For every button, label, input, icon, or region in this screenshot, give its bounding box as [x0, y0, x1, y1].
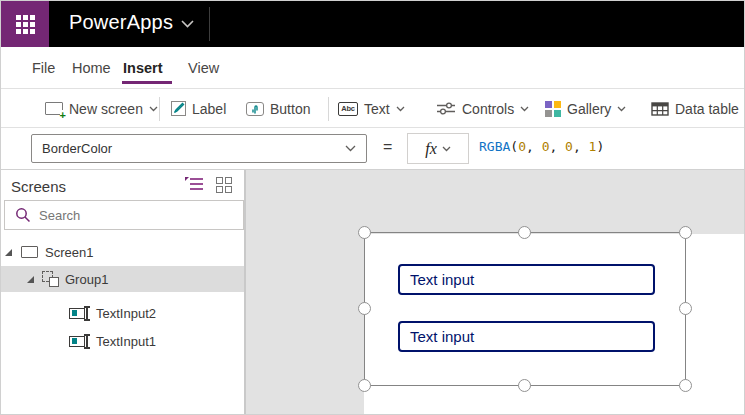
formula-token: ( [510, 139, 518, 154]
fx-label: fx [425, 140, 437, 158]
grid-view-button[interactable] [216, 177, 232, 193]
property-name: BorderColor [42, 141, 112, 156]
app-title-chevron-icon[interactable] [181, 20, 194, 28]
abc-text-icon: Abc [338, 102, 358, 116]
tree-item-group1[interactable]: Group1 [1, 266, 244, 292]
text-button[interactable]: Abc Text [338, 90, 405, 127]
formula-token: 0 [565, 139, 573, 154]
design-canvas[interactable]: Text input Text input [246, 170, 745, 415]
sidebar-title: Screens [11, 178, 66, 195]
gallery-label: Gallery [567, 101, 611, 117]
new-screen-button[interactable]: + New screen [45, 90, 158, 127]
data-table-label: Data table [675, 101, 739, 117]
new-screen-icon: + [45, 102, 63, 115]
powerapps-studio-window: PowerApps File Home Insert View + New sc… [0, 0, 745, 415]
gallery-button[interactable]: Gallery [545, 90, 626, 127]
equals-sign: = [383, 138, 392, 156]
formula-input[interactable]: RGBA(0, 0, 0, 1) [479, 139, 604, 154]
formula-bar: BorderColor = fx RGBA(0, 0, 0, 1) [1, 128, 745, 170]
tree-item-label: Group1 [65, 272, 108, 287]
gallery-icon [545, 101, 561, 117]
menubar: File Home Insert View [1, 47, 745, 89]
group-icon [42, 271, 59, 287]
selection-handle-top-right[interactable] [679, 226, 692, 239]
selection-handle-top-left[interactable] [358, 226, 371, 239]
tree-item-textinput2[interactable]: TextInput2 [1, 300, 244, 326]
waffle-menu-button[interactable] [1, 1, 49, 47]
selection-handle-top-middle[interactable] [518, 226, 531, 239]
new-screen-label: New screen [69, 101, 143, 117]
menu-item-view[interactable]: View [188, 60, 219, 76]
topbar: PowerApps [1, 1, 745, 47]
text-input-icon [69, 306, 91, 321]
menu-item-home[interactable]: Home [72, 60, 111, 76]
active-tab-underline [122, 81, 172, 84]
topbar-divider [209, 7, 210, 41]
formula-token: ) [596, 139, 604, 154]
search-box[interactable] [4, 200, 244, 230]
button-label: Button [270, 101, 310, 117]
toolbar-divider [159, 97, 160, 121]
label-label: Label [192, 101, 226, 117]
data-table-button[interactable]: Data table [651, 90, 739, 127]
formula-token: , [573, 139, 589, 154]
formula-token: RGBA [479, 139, 510, 154]
label-button[interactable]: Label [171, 90, 226, 127]
sliders-icon [436, 101, 456, 116]
chevron-down-icon [396, 106, 405, 112]
label-pencil-icon [171, 101, 186, 116]
button-control-button[interactable]: Button [246, 90, 310, 127]
button-pointer-icon [246, 102, 264, 116]
screen-icon [21, 246, 38, 258]
group-selection-box[interactable] [364, 232, 686, 386]
text-label: Text [364, 101, 390, 117]
selection-handle-middle-left[interactable] [358, 302, 371, 315]
formula-token: , [526, 139, 542, 154]
tree-item-label: TextInput2 [96, 306, 156, 321]
body: Screens Screen1 Group1 TextIn [1, 170, 745, 415]
tree-item-textinput1[interactable]: TextInput1 [1, 328, 244, 354]
expand-triangle-icon[interactable] [5, 249, 12, 256]
expand-triangle-icon[interactable] [27, 276, 34, 283]
formula-token: , [549, 139, 565, 154]
app-title: PowerApps [69, 11, 173, 34]
selection-handle-bottom-right[interactable] [679, 379, 692, 392]
tree-item-screen1[interactable]: Screen1 [1, 239, 244, 265]
chevron-down-icon [442, 146, 451, 152]
search-icon [15, 207, 31, 223]
property-selector[interactable]: BorderColor [31, 134, 367, 163]
menu-item-insert[interactable]: Insert [123, 60, 163, 76]
formula-token: 0 [518, 139, 526, 154]
fx-button[interactable]: fx [407, 133, 469, 164]
chevron-down-icon [345, 145, 356, 152]
search-input[interactable] [39, 208, 209, 223]
tree-view-button[interactable] [188, 177, 204, 191]
menu-item-file[interactable]: File [32, 60, 55, 76]
chevron-down-icon [149, 106, 158, 112]
selection-handle-bottom-middle[interactable] [518, 379, 531, 392]
data-table-icon [651, 102, 669, 116]
toolbar-divider [328, 97, 329, 121]
screens-sidebar: Screens Screen1 Group1 TextIn [1, 170, 246, 415]
tree-item-label: Screen1 [45, 245, 93, 260]
tree-item-label: TextInput1 [96, 334, 156, 349]
chevron-down-icon [617, 106, 626, 112]
selection-handle-middle-right[interactable] [679, 302, 692, 315]
waffle-grid-icon [16, 15, 35, 34]
text-input-icon [69, 334, 91, 349]
selection-handle-bottom-left[interactable] [358, 379, 371, 392]
controls-label: Controls [462, 101, 514, 117]
toolbar: + New screen Label Button Abc Text Contr… [1, 90, 745, 128]
controls-button[interactable]: Controls [436, 90, 529, 127]
chevron-down-icon [520, 106, 529, 112]
